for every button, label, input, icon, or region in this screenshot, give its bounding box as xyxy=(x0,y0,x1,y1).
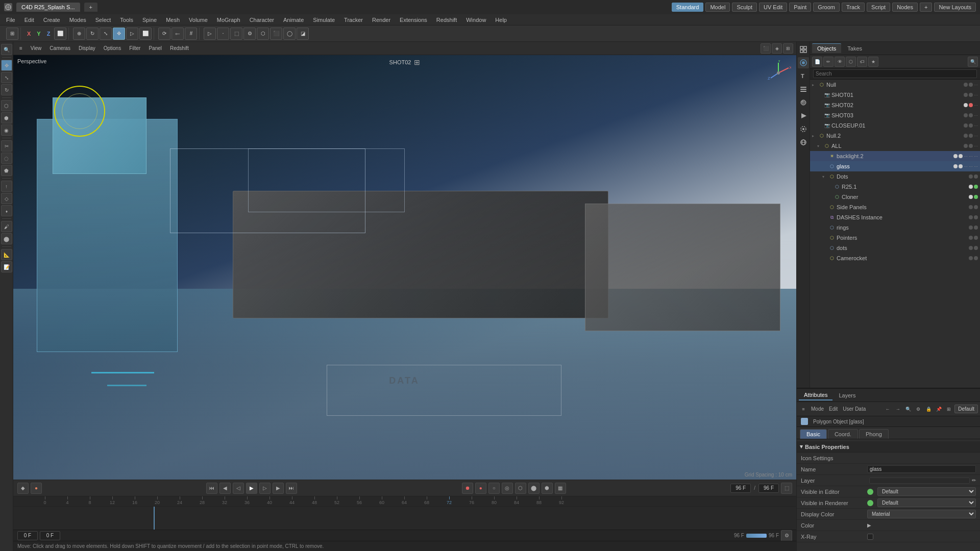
mode-material-icon[interactable] xyxy=(798,97,809,108)
attr-settings-btn[interactable]: ⚙ xyxy=(914,405,923,414)
attr-color-arrow[interactable]: ▶ xyxy=(867,522,871,528)
attr-xray-checkbox[interactable] xyxy=(867,534,873,540)
menu-volume[interactable]: Volume xyxy=(185,16,212,24)
obj-more-closeup[interactable]: ⋯ xyxy=(974,123,978,128)
menu-spine[interactable]: Spine xyxy=(138,16,161,24)
grid-tool[interactable]: # xyxy=(185,28,197,40)
menu-simulate[interactable]: Simulate xyxy=(309,16,339,24)
attr-userdata-btn[interactable]: User Data xyxy=(841,406,868,412)
selection-tool[interactable]: ▷ xyxy=(126,28,138,40)
coord-x[interactable]: X xyxy=(25,30,33,37)
measure-tool[interactable]: 📐 xyxy=(1,249,12,260)
obj-render-sidepanels[interactable] xyxy=(974,205,978,209)
tl-jump-start[interactable]: ⏮ xyxy=(206,483,217,494)
obj-item-cloner[interactable]: ⬡ Cloner xyxy=(810,192,980,202)
attr-subtab-coord[interactable]: Coord. xyxy=(828,429,858,439)
obj-item-rings[interactable]: ⬡ rings xyxy=(810,222,980,233)
menu-help[interactable]: Help xyxy=(491,16,511,24)
tl-record-btn[interactable]: ⏺ xyxy=(462,483,473,494)
poly-tool[interactable]: ⬡ xyxy=(1,100,12,111)
obj-render-dashes[interactable] xyxy=(974,215,978,219)
obj-render-dot-dots[interactable] xyxy=(974,174,978,179)
objects-search-input[interactable] xyxy=(813,69,977,78)
obj-vis-dot-shot01[interactable] xyxy=(964,93,968,97)
obj-search-btn[interactable]: 🔍 xyxy=(968,57,978,67)
obj-item-r251[interactable]: ⬡ R25.1 xyxy=(810,182,980,192)
attr-expand-btn[interactable]: ⊞ xyxy=(944,405,953,414)
knife-tool[interactable]: ✂ xyxy=(1,140,12,152)
tl-key-icon[interactable]: ◆ xyxy=(17,483,29,494)
tl-jump-end[interactable]: ⏭ xyxy=(286,483,297,494)
attr-display-color-select[interactable]: Material xyxy=(867,510,976,518)
tl-play-fwd[interactable]: ▷ xyxy=(259,483,271,494)
fill-tool[interactable]: ⬤ xyxy=(1,233,12,244)
ipr-btn[interactable]: ⬝ xyxy=(217,28,229,40)
layout-script[interactable]: Script xyxy=(867,3,890,12)
obj-vis-pointers[interactable] xyxy=(969,236,973,240)
mode-settings-icon[interactable] xyxy=(798,123,809,135)
tab-layers[interactable]: Layers xyxy=(834,391,861,400)
vp-expand-icon[interactable]: ⊞ xyxy=(783,43,793,54)
obj-vis-dot-bl2[interactable] xyxy=(953,154,958,158)
vp-display-menu[interactable]: Display xyxy=(76,44,99,52)
inset-tool[interactable]: ⬧ xyxy=(1,205,12,216)
vp-solo-icon[interactable]: ◈ xyxy=(772,43,782,54)
tab-takes[interactable]: Takes xyxy=(842,44,867,53)
vp-redshift-menu[interactable]: Redshift xyxy=(167,44,192,52)
obj-render-dots2[interactable] xyxy=(974,246,978,250)
tl-record-pla[interactable]: ⬢ xyxy=(542,483,553,494)
vp-options-menu[interactable]: Options xyxy=(101,44,124,52)
obj-render-dot-cloner[interactable] xyxy=(974,195,978,199)
menu-redshift[interactable]: Redshift xyxy=(432,16,461,24)
timeline-track[interactable] xyxy=(13,507,796,530)
rect-select-tool[interactable]: ⬜ xyxy=(139,28,152,40)
menu-animate[interactable]: Animate xyxy=(279,16,308,24)
snap-icon[interactable]: ⊞ xyxy=(6,28,18,40)
world-space-btn[interactable]: ⬜ xyxy=(54,28,66,40)
tl-record-param[interactable]: ⬡ xyxy=(515,483,526,494)
obj-item-dots[interactable]: ▾ ⬡ Dots xyxy=(810,171,980,182)
point-tool[interactable]: ◉ xyxy=(1,124,12,136)
tl-step-back[interactable]: ◀ xyxy=(219,483,231,494)
obj-render-rings[interactable] xyxy=(974,226,978,230)
search-tool[interactable]: 🔍 xyxy=(1,44,12,55)
tl-play[interactable]: ▶ xyxy=(246,483,257,494)
obj-view-btn[interactable]: 👁 xyxy=(835,57,845,67)
bevel-tool[interactable]: ◇ xyxy=(1,193,12,204)
edge-tool[interactable]: ⬢ xyxy=(1,112,12,123)
obj-vis-dot-shot02[interactable] xyxy=(964,103,968,107)
tl-record-all[interactable]: ▦ xyxy=(555,483,566,494)
menu-render[interactable]: Render xyxy=(368,16,395,24)
tl-record-pts[interactable]: ⬤ xyxy=(528,483,540,494)
render-btn[interactable]: ▷ xyxy=(204,28,216,40)
attr-menu-icon[interactable]: ≡ xyxy=(799,405,808,414)
obj-render-camerocket[interactable] xyxy=(974,256,978,260)
menu-window[interactable]: Window xyxy=(462,16,490,24)
obj-render-dot-shot01[interactable] xyxy=(969,93,973,97)
obj-render-dot-shot02[interactable] xyxy=(969,103,973,107)
obj-more-btn[interactable]: ⋯ xyxy=(974,83,978,87)
tl-settings-icon[interactable]: ⚙ xyxy=(781,530,792,541)
obj-tags-btn[interactable]: 🏷 xyxy=(857,57,867,67)
layout-standard[interactable]: Standard xyxy=(672,3,704,12)
frame-pos-bottom[interactable] xyxy=(40,531,60,540)
extrude-tool[interactable]: ↑ xyxy=(1,181,12,192)
scale-tool[interactable]: ⤡ xyxy=(100,28,112,40)
vp-view-menu[interactable]: View xyxy=(28,44,45,52)
tl-auto-key[interactable]: ● xyxy=(31,483,42,494)
mode-objects-icon[interactable] xyxy=(798,44,809,55)
obj-render-dot-all[interactable] xyxy=(969,144,973,148)
obj-vis-dot[interactable] xyxy=(964,83,968,87)
obj-item-shot01[interactable]: 📷 SHOT01 ⋯ xyxy=(810,90,980,100)
obj-render-dot-glass[interactable] xyxy=(959,164,963,168)
menu-modes[interactable]: Modes xyxy=(65,16,90,24)
coord-y[interactable]: Y xyxy=(35,30,42,37)
obj-more-shot03[interactable]: ⋯ xyxy=(974,113,978,118)
obj-more-all[interactable]: ⋯ xyxy=(974,144,978,148)
vp-panel-menu[interactable]: Panel xyxy=(145,44,165,52)
all-transform-tool[interactable]: ✥ xyxy=(113,28,125,40)
obj-more-glass[interactable]: ⋯ xyxy=(964,164,968,169)
render-extra-btn[interactable]: ◯ xyxy=(283,28,296,40)
layout-model[interactable]: Model xyxy=(705,3,730,12)
obj-item-null2[interactable]: ▸ ⬡ Null.2 ⋯ xyxy=(810,131,980,141)
